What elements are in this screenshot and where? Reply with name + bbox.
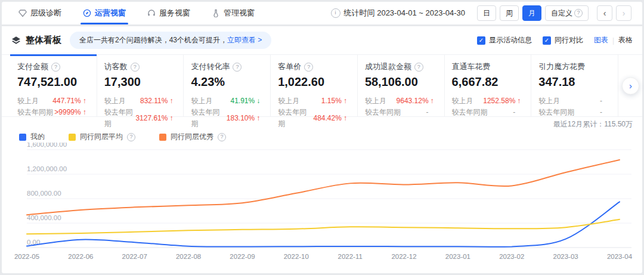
checkbox-checked-icon: ✓ — [543, 36, 551, 45]
metric-card-visitors[interactable]: 访客数? 17,300 较上月832.11%↑ 较去年同期3127.61%↑ — [97, 55, 184, 116]
trend-arrow-icon: ↑ — [168, 113, 175, 124]
tab-operations-view[interactable]: 运营视窗 — [83, 2, 126, 24]
tab-label: 运营视窗 — [95, 8, 126, 18]
cards-next-button[interactable]: › — [622, 77, 639, 94]
stat-time-label: 统计时间 2023-04-01 ~ 2023-04-30 — [344, 8, 465, 18]
y-axis-tick-label: 800,000.00 — [27, 190, 61, 197]
metric-card-avg-order-value[interactable]: 客单价? 1,022.60 较上月1.15%↑ 较去年同期484.42%↑ — [271, 55, 358, 116]
show-activity-checkbox[interactable]: ✓ 显示活动信息 — [477, 35, 532, 45]
range-button-month[interactable]: 月 — [522, 5, 541, 21]
tab-label: 服务视窗 — [159, 8, 190, 18]
legend-swatch — [69, 134, 76, 141]
trend-arrow-icon: ↑ — [342, 95, 349, 107]
x-axis-tick-label: 2023-01 — [445, 253, 470, 260]
tab-label: 层级诊断 — [30, 8, 61, 18]
view-mode-separator: | — [612, 36, 614, 45]
yoy-label: 较去年同期 — [191, 107, 226, 129]
yoy-delta: - — [600, 107, 609, 118]
checkbox-label: 同行对比 — [555, 35, 583, 45]
yoy-label: 较去年同期 — [278, 107, 313, 129]
next-period-button[interactable]: › — [616, 5, 631, 21]
mom-delta: - — [600, 95, 609, 107]
tab-management-view[interactable]: 管理视窗 — [212, 2, 255, 24]
metric-cards-row: 支付金额? 747,521.00 较上月447.71%↑ 较去年同期>9999%… — [2, 54, 642, 117]
metric-value: 4.23% — [191, 75, 263, 89]
prev-period-button[interactable]: ‹ — [597, 5, 612, 21]
metric-card-conversion-rate[interactable]: 支付转化率? 4.23% 较上月41.91%↓ 较去年同期183.10%↑ — [184, 55, 271, 116]
mom-delta: 1252.58%↑ — [483, 95, 522, 107]
x-axis-tick-label: 2022-06 — [68, 253, 93, 260]
trend-arrow-icon: ↑ — [515, 95, 522, 107]
chart-legend: 我的 同行同层平均 ? 同行同层优秀 ? — [19, 131, 633, 143]
headset-icon — [147, 9, 156, 17]
topbar-controls: i 统计时间 2023-04-01 ~ 2023-04-30 日 周 月 自定义… — [331, 5, 631, 21]
trend-arrow-icon: ↑ — [342, 113, 349, 124]
metric-value: 1,022.60 — [278, 75, 350, 89]
mom-delta: 1.15%↑ — [321, 95, 349, 107]
view-now-link[interactable]: 立即查看 > — [227, 35, 262, 45]
info-icon[interactable]: ? — [131, 63, 140, 72]
trend-arrow-icon: ↑ — [429, 95, 436, 107]
peer-compare-checkbox[interactable]: ✓ 同行对比 — [543, 35, 583, 45]
metric-title: 支付金额 — [17, 61, 48, 72]
info-icon[interactable]: i — [331, 8, 340, 18]
yoy-delta: 3127.61%↑ — [135, 113, 175, 124]
mom-label: 较上月 — [365, 95, 386, 107]
metric-title: 成功退款金额 — [365, 61, 411, 72]
mom-delta: 9643.12%↑ — [397, 95, 436, 107]
yoy-label: 较去年同期 — [365, 107, 401, 118]
info-icon[interactable]: ? — [218, 133, 226, 141]
series-line-2 — [27, 160, 620, 215]
range-button-day[interactable]: 日 — [477, 5, 496, 21]
info-icon[interactable]: ? — [51, 63, 60, 72]
tab-service-view[interactable]: 服务视窗 — [147, 2, 190, 24]
view-mode-table[interactable]: 表格 — [618, 35, 633, 45]
mom-delta: 41.91%↓ — [230, 95, 262, 107]
trend-arrow-icon: ↑ — [168, 95, 175, 107]
x-axis-tick-label: 2022-11 — [338, 253, 363, 260]
board-header: 整体看板 全店一共有2个问题待解决，43个机会可提升， 立即查看 > ✓ 显示活… — [2, 26, 642, 54]
view-tabs: 层级诊断 运营视窗 服务视窗 管理视窗 — [18, 2, 255, 24]
metric-card-refund-amount[interactable]: 成功退款金额? 58,106.00 较上月9643.12%↑ 较去年同期- — [358, 55, 445, 116]
trend-chart-section: 最近12月累计：115.50万 我的 同行同层平均 ? 同行同层优秀 ? 0.0… — [2, 117, 642, 270]
yoy-label: 较去年同期 — [538, 107, 574, 118]
help-icon: ? — [574, 9, 583, 17]
top-navigation-bar: 层级诊断 运营视窗 服务视窗 管理视窗 — [2, 2, 642, 24]
trend-arrow-icon: ↓ — [255, 95, 262, 107]
tab-level-diagnosis[interactable]: 层级诊断 — [18, 2, 61, 24]
trend-line-chart[interactable]: 0.00400,000.00800,000.001,200,000.001,60… — [11, 143, 635, 268]
tab-label: 管理视窗 — [224, 8, 255, 18]
legend-label: 我的 — [30, 132, 45, 142]
checkbox-label: 显示活动信息 — [489, 35, 532, 45]
view-mode-chart[interactable]: 图表 — [594, 35, 608, 45]
info-icon[interactable]: ? — [127, 133, 135, 141]
info-icon[interactable]: ? — [414, 63, 423, 72]
x-axis-tick-label: 2023-03 — [553, 253, 578, 260]
mom-label: 较上月 — [191, 95, 212, 107]
info-icon[interactable]: ? — [304, 63, 313, 72]
yoy-delta: - — [426, 107, 436, 118]
metric-card-payment-amount[interactable]: 支付金额? 747,521.00 较上月447.71%↑ 较去年同期>9999%… — [10, 55, 97, 116]
legend-item-peer-average[interactable]: 同行同层平均 ? — [69, 132, 135, 142]
metric-value: 58,106.00 — [365, 75, 437, 89]
metric-card-ylmf-spend[interactable]: 引力魔方花费 347.18 较上月- 较去年同期- — [531, 55, 618, 116]
x-axis-tick-label: 2022-09 — [230, 253, 255, 260]
yoy-label: 较去年同期 — [452, 107, 488, 118]
metric-value: 17,300 — [104, 75, 177, 89]
metric-card-ztc-spend[interactable]: 直通车花费 6,667.82 较上月1252.58%↑ 较去年同期- — [445, 55, 532, 116]
metric-title: 引力魔方花费 — [538, 61, 585, 72]
view-mode-switch: 图表 | 表格 — [594, 35, 633, 45]
legend-item-mine[interactable]: 我的 — [19, 132, 45, 142]
legend-label: 同行同层平均 — [80, 132, 123, 142]
checkbox-checked-icon: ✓ — [477, 36, 485, 45]
range-button-week[interactable]: 周 — [500, 5, 519, 21]
mom-label: 较上月 — [17, 95, 39, 107]
mom-label: 较上月 — [538, 95, 560, 107]
range-button-custom[interactable]: 自定义? — [545, 5, 589, 21]
chevron-right-icon: › — [629, 80, 632, 90]
period-pager: ‹ › — [597, 5, 631, 21]
info-icon[interactable]: ? — [233, 63, 242, 72]
board-title-text: 整体看板 — [26, 35, 61, 46]
legend-item-peer-top[interactable]: 同行同层优秀 ? — [159, 132, 226, 142]
metric-title: 客单价 — [278, 61, 301, 72]
